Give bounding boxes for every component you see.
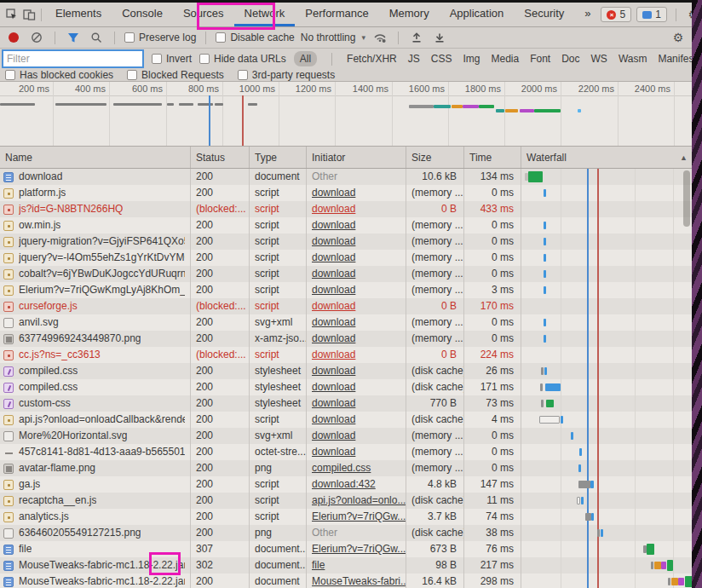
error-count-badge[interactable]: × 5 xyxy=(601,7,631,22)
tab-more-tabs[interactable]: » xyxy=(574,3,601,26)
filter-input[interactable] xyxy=(2,49,144,68)
initiator-link[interactable]: file xyxy=(312,559,325,571)
filter-type-ws[interactable]: WS xyxy=(591,53,607,65)
request-row[interactable]: jquery-migration?v=GjyiFSP641QXo5Q...200… xyxy=(0,233,692,250)
network-conditions-icon[interactable] xyxy=(371,29,388,46)
request-row[interactable]: 457c8141-8d81-4d13-aaa9-b5655011f...200o… xyxy=(0,444,692,460)
filter-type-fetch-xhr[interactable]: Fetch/XHR xyxy=(347,53,397,65)
initiator-link[interactable]: download xyxy=(312,381,355,393)
request-row[interactable]: js?id=G-N8BTN266HQ(blocked:...scriptdown… xyxy=(0,201,692,217)
tab-console[interactable]: Console xyxy=(112,3,173,26)
request-row[interactable]: 637749969243449870.png200x-amz-jso...dow… xyxy=(0,331,692,347)
request-row[interactable]: avatar-flame.png200pngcompiled.css(memor… xyxy=(0,460,692,476)
request-row[interactable]: file307document...Elerium?v=7riQGw...673… xyxy=(0,541,692,557)
initiator-link[interactable]: download xyxy=(312,251,355,263)
initiator-link[interactable]: download xyxy=(312,268,355,280)
filter-type-all[interactable]: All xyxy=(294,51,317,66)
request-row[interactable]: custom-css200stylesheetdownload770 B73 m… xyxy=(0,395,692,412)
initiator-link[interactable]: download xyxy=(312,413,355,425)
initiator-link[interactable]: MouseTweaks-fabri... xyxy=(312,575,406,587)
initiator-link[interactable]: download xyxy=(312,187,355,199)
filter-type-css[interactable]: CSS xyxy=(431,53,452,65)
initiator-link[interactable]: download xyxy=(312,235,355,247)
invert-checkbox[interactable]: Invert xyxy=(152,53,192,65)
filter-type-js[interactable]: JS xyxy=(408,53,420,65)
initiator-link[interactable]: download xyxy=(312,429,355,441)
filter-type-font[interactable]: Font xyxy=(530,53,550,65)
hide-data-urls-checkbox[interactable]: Hide data URLs xyxy=(199,53,286,65)
initiator-link[interactable]: download xyxy=(312,300,355,312)
initiator-link[interactable]: download xyxy=(312,365,355,377)
request-row[interactable]: cc.js?ns=_cc3613(blocked:...scriptdownlo… xyxy=(0,347,692,363)
import-har-icon[interactable] xyxy=(408,29,425,46)
tab-sources[interactable]: Sources xyxy=(173,3,234,26)
request-row[interactable]: More%20Horizontal.svg200svg+xmldownload(… xyxy=(0,428,692,444)
record-button[interactable] xyxy=(5,29,22,46)
network-overview[interactable]: 200 ms400 ms600 ms800 ms1000 ms1200 ms14… xyxy=(0,82,692,147)
request-row[interactable]: ow.min.js200scriptdownload(memory ...0 m… xyxy=(0,217,692,233)
request-row[interactable]: Elerium?v=7riQGwKmgLyAj8KhOm_Bv...200scr… xyxy=(0,282,692,298)
column-header-name[interactable]: Name xyxy=(0,147,191,168)
column-header-type[interactable]: Type xyxy=(250,147,307,168)
initiator-link[interactable]: download xyxy=(312,397,355,409)
filter-type-media[interactable]: Media xyxy=(491,53,519,65)
request-row[interactable]: recaptcha__en.js200scriptapi.js?onload=o… xyxy=(0,493,692,509)
initiator-link[interactable]: api.js?onload=onlo... xyxy=(312,494,406,506)
column-header-status[interactable]: Status xyxy=(191,147,250,168)
device-toolbar-icon[interactable] xyxy=(20,6,37,23)
disable-cache-checkbox[interactable]: Disable cache xyxy=(216,32,294,43)
filter-type-img[interactable]: Img xyxy=(463,53,480,65)
tab-performance[interactable]: Performance xyxy=(295,3,378,26)
initiator-link[interactable]: download xyxy=(312,219,355,231)
tab-application[interactable]: Application xyxy=(440,3,515,26)
request-row[interactable]: 636460205549127215.png200pngOther(disk c… xyxy=(0,525,692,541)
has-blocked-cookies-checkbox[interactable]: Has blocked cookies xyxy=(5,69,113,81)
blocked-requests-checkbox[interactable]: Blocked Requests xyxy=(127,69,224,81)
column-header-initiator[interactable]: Initiator xyxy=(307,147,406,168)
request-row[interactable]: compiled.css200stylesheetdownload(disk c… xyxy=(0,379,692,395)
request-row[interactable]: anvil.svg200svg+xmldownload(memory ...0 … xyxy=(0,314,692,331)
initiator-link[interactable]: download:432 xyxy=(312,478,376,490)
tab-elements[interactable]: Elements xyxy=(45,3,112,26)
filter-type-manifest[interactable]: Manifest xyxy=(658,53,696,65)
request-row[interactable]: cobalt?v=6jYBwDuKJogccYdURuqrnHf...200sc… xyxy=(0,266,692,282)
preserve-log-checkbox[interactable]: Preserve log xyxy=(124,32,196,43)
request-row[interactable]: MouseTweaks-fabric-mc1.18-2.22.jar200doc… xyxy=(0,574,692,588)
request-row[interactable]: platform.js200scriptdownload(memory ...0… xyxy=(0,185,692,201)
clear-icon[interactable] xyxy=(28,29,45,46)
tab-security[interactable]: Security xyxy=(514,3,574,26)
network-settings-gear-icon[interactable]: ⚙ xyxy=(670,29,687,46)
search-icon[interactable] xyxy=(88,29,105,46)
scrollbar-thumb[interactable] xyxy=(683,170,690,227)
request-row[interactable]: MouseTweaks-fabric-mc1.18-2.22.jar302doc… xyxy=(0,557,692,574)
initiator-link[interactable]: download xyxy=(312,349,355,360)
column-header-time[interactable]: Time xyxy=(464,147,521,168)
request-row[interactable]: api.js?onload=onloadCallback&render=...2… xyxy=(0,412,692,428)
column-header-size[interactable]: Size xyxy=(406,147,464,168)
initiator-link[interactable]: download xyxy=(312,332,355,344)
initiator-link[interactable]: download xyxy=(312,203,355,215)
request-row[interactable]: analytics.js200scriptElerium?v=7riQGw...… xyxy=(0,509,692,525)
column-header-waterfall[interactable]: Waterfall▲ xyxy=(521,147,692,168)
request-row[interactable]: jquery?v=-l4Om55ehZs1gYrKtDvYMCO...200sc… xyxy=(0,250,692,266)
filter-funnel-icon[interactable] xyxy=(65,29,82,46)
inspect-element-icon[interactable] xyxy=(3,6,20,23)
initiator-link[interactable]: compiled.css xyxy=(312,462,371,474)
initiator-link[interactable]: Elerium?v=7riQGw... xyxy=(312,543,406,555)
request-row[interactable]: compiled.css200stylesheetdownload(disk c… xyxy=(0,363,692,379)
throttling-select[interactable]: No throttling ▾ xyxy=(301,32,365,43)
request-row[interactable]: curseforge.js(blocked:...scriptdownload0… xyxy=(0,298,692,314)
initiator-link[interactable]: download xyxy=(312,284,355,296)
3rd-party-requests-checkbox[interactable]: 3rd-party requests xyxy=(238,69,335,81)
initiator-link[interactable]: download xyxy=(312,446,355,458)
filter-type-doc[interactable]: Doc xyxy=(561,53,579,65)
console-message-badge[interactable]: 1 xyxy=(636,7,667,22)
initiator-link[interactable]: download xyxy=(312,316,355,328)
request-row[interactable]: ga.js200scriptdownload:4324.8 kB147 ms xyxy=(0,476,692,493)
filter-type-wasm[interactable]: Wasm xyxy=(619,53,647,65)
tab-memory[interactable]: Memory xyxy=(379,3,440,26)
tab-network[interactable]: Network xyxy=(234,3,296,26)
request-row[interactable]: download200documentOther10.6 kB134 ms xyxy=(0,169,692,185)
export-har-icon[interactable] xyxy=(431,29,448,46)
initiator-link[interactable]: Elerium?v=7riQGw... xyxy=(312,510,406,522)
